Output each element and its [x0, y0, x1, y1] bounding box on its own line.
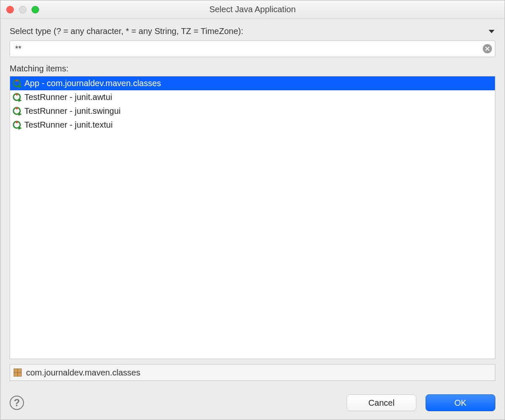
maximize-window-button[interactable]: [32, 6, 39, 13]
matching-items-label: Matching items:: [10, 64, 495, 74]
minimize-window-button[interactable]: [19, 6, 26, 13]
java-runnable-icon: [13, 93, 22, 102]
clear-input-button[interactable]: [483, 44, 492, 53]
list-item[interactable]: TestRunner - junit.textui: [10, 118, 495, 132]
svg-marker-6: [18, 99, 22, 102]
java-runnable-icon: [13, 79, 22, 88]
svg-marker-3: [18, 85, 22, 88]
close-window-button[interactable]: [6, 6, 14, 13]
svg-point-11: [16, 121, 18, 123]
selected-package-label: com.journaldev.maven.classes: [26, 368, 140, 378]
help-button[interactable]: ?: [10, 396, 24, 410]
search-field: [10, 40, 495, 57]
svg-point-2: [16, 79, 18, 81]
svg-marker-0: [489, 30, 494, 33]
package-icon: [13, 368, 22, 377]
prompt-label: Select type (? = any character, * = any …: [10, 26, 243, 36]
svg-point-8: [16, 107, 18, 109]
list-item-label: TestRunner - junit.swingui: [24, 106, 121, 116]
footer-buttons: Cancel OK: [347, 394, 495, 411]
svg-marker-12: [18, 126, 22, 130]
list-item-label: App - com.journaldev.maven.classes: [24, 79, 161, 88]
window-controls: [0, 6, 39, 13]
view-menu-dropdown[interactable]: [488, 29, 495, 34]
dialog-footer: ? Cancel OK: [0, 386, 505, 420]
list-item-label: TestRunner - junit.awtui: [24, 92, 112, 102]
svg-marker-9: [18, 113, 22, 116]
window-title: Select Java Application: [0, 5, 505, 14]
java-runnable-icon: [13, 121, 22, 130]
status-bar: com.journaldev.maven.classes: [10, 364, 495, 381]
ok-button[interactable]: OK: [426, 394, 495, 411]
matching-items-list[interactable]: App - com.journaldev.maven.classes TestR…: [10, 76, 495, 359]
prompt-row: Select type (? = any character, * = any …: [10, 26, 495, 36]
list-item[interactable]: TestRunner - junit.swingui: [10, 104, 495, 118]
list-item[interactable]: App - com.journaldev.maven.classes: [10, 76, 495, 90]
list-item-label: TestRunner - junit.textui: [24, 120, 113, 130]
dialog-window: Select Java Application Select type (? =…: [0, 0, 505, 420]
cancel-button[interactable]: Cancel: [347, 394, 416, 411]
title-bar: Select Java Application: [0, 0, 505, 19]
svg-point-5: [16, 93, 18, 95]
list-item[interactable]: TestRunner - junit.awtui: [10, 90, 495, 104]
type-filter-input[interactable]: [10, 40, 495, 57]
dialog-content: Select type (? = any character, * = any …: [0, 19, 505, 386]
java-runnable-icon: [13, 107, 22, 116]
